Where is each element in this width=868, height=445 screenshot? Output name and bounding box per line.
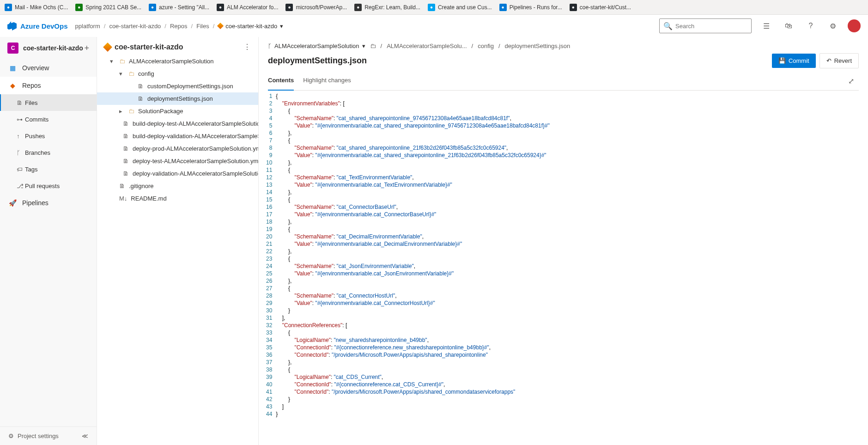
browser-tab-strip: ●Mail - Mike Ochs (C...●Spring 2021 CAB … <box>0 0 868 15</box>
project-name: coe-starter-kit-azdo <box>23 44 83 52</box>
nav-sub-commits[interactable]: ⊶Commits <box>0 111 97 128</box>
expand-icon[interactable]: ⤢ <box>844 72 859 90</box>
revert-button[interactable]: ↶ Revert <box>819 53 859 68</box>
tree-node-10[interactable]: 🗎.gitignore <box>97 180 258 192</box>
list-icon[interactable]: ☰ <box>759 18 774 33</box>
tree-node-5[interactable]: 🗎build-deploy-test-ALMAcceleratorSampleS… <box>97 117 258 130</box>
tree-node-1[interactable]: ▾🗀config <box>97 67 258 80</box>
tree-node-7[interactable]: 🗎deploy-prod-ALMAcceleratorSampleSolutio… <box>97 142 258 155</box>
project-selector[interactable]: C coe-starter-kit-azdo + <box>0 37 97 59</box>
branch-selector[interactable]: ᚴ ALMAcceleratorSampleSolution ▾ <box>268 43 365 49</box>
overview-icon: ▦ <box>8 64 17 72</box>
nav-sub-pull-requests[interactable]: ⎇Pull requests <box>0 177 97 194</box>
tab-contents[interactable]: Contents <box>268 72 294 91</box>
nav-sub-pushes[interactable]: ↑Pushes <box>0 128 97 144</box>
save-icon: 💾 <box>778 57 786 64</box>
more-icon[interactable]: ⋮ <box>243 43 251 51</box>
code-body[interactable]: { "EnvironmentVariables": [ { "SchemaNam… <box>276 91 550 445</box>
nav-pipelines-label: Pipelines <box>22 199 49 207</box>
nav-repos[interactable]: ◆ Repos <box>0 77 97 94</box>
project-settings-label: Project settings <box>18 433 59 439</box>
app-header: Azure DevOps pplatform/coe-starter-kit-a… <box>0 15 868 37</box>
nav-overview-label: Overview <box>22 64 49 72</box>
browser-tab-8[interactable]: ●coe-starter-kit/Cust... <box>570 4 631 11</box>
user-settings-icon[interactable]: ⚙ <box>826 18 840 33</box>
breadcrumb-current[interactable]: coe-starter-kit-azdo ▾ <box>218 23 283 30</box>
browser-tab-2[interactable]: ●azure - Setting "All... <box>149 4 209 11</box>
search-input[interactable] <box>675 23 747 30</box>
browser-tab-3[interactable]: ●ALM Accelerator fo... <box>217 4 278 11</box>
left-nav: C coe-starter-kit-azdo + ▦ Overview ◆ Re… <box>0 37 97 445</box>
tree-node-4[interactable]: ▸🗀SolutionPackage <box>97 105 258 117</box>
nav-sub-branches[interactable]: ᚴBranches <box>0 144 97 161</box>
line-gutter: 1234567891011121314151617181920212223242… <box>259 91 276 445</box>
nav-sub-files[interactable]: 🗎Files <box>0 94 97 111</box>
code-editor[interactable]: 1234567891011121314151617181920212223242… <box>259 91 868 445</box>
project-icon: C <box>7 43 18 54</box>
search-icon: 🔍 <box>663 22 673 30</box>
commit-label: Commit <box>789 57 809 64</box>
collapse-icon[interactable]: ≪ <box>82 433 88 439</box>
branch-name: ALMAcceleratorSampleSolution <box>274 43 359 49</box>
browser-tab-0[interactable]: ●Mail - Mike Ochs (C... <box>5 4 68 11</box>
file-tree: coe-starter-kit-azdo ⋮ ▾🗀ALMAcceleratorS… <box>97 37 259 445</box>
tree-node-6[interactable]: 🗎build-deploy-validation-ALMAcceleratorS… <box>97 130 258 142</box>
nav-sub-tags[interactable]: 🏷Tags <box>0 161 97 177</box>
repo-selector[interactable]: coe-starter-kit-azdo <box>104 43 183 51</box>
tree-node-8[interactable]: 🗎deploy-test-ALMAcceleratorSampleSolutio… <box>97 155 258 167</box>
browser-tab-4[interactable]: ●microsoft/PowerAp... <box>285 4 347 11</box>
tree-node-2[interactable]: 🗎customDeploymentSettings.json <box>97 80 258 92</box>
browser-tab-1[interactable]: ●Spring 2021 CAB Se... <box>75 4 141 11</box>
browser-tab-7[interactable]: ●Pipelines - Runs for... <box>499 4 562 11</box>
plus-icon[interactable]: + <box>84 43 89 53</box>
browser-tab-6[interactable]: ●Create and use Cus... <box>428 4 492 11</box>
breadcrumb-1[interactable]: coe-starter-kit-azdo <box>109 23 161 30</box>
branch-icon: ᚴ <box>268 43 272 49</box>
tree-node-11[interactable]: M↓README.md <box>97 192 258 205</box>
nav-overview[interactable]: ▦ Overview <box>0 59 97 77</box>
brand[interactable]: Azure DevOps <box>7 21 68 30</box>
repo-icon <box>103 43 112 52</box>
content-pane: ᚴ ALMAcceleratorSampleSolution ▾ 🗀 / ALM… <box>259 37 868 445</box>
tree-node-9[interactable]: 🗎deploy-validation-ALMAcceleratorSampleS… <box>97 167 258 180</box>
folder-icon[interactable]: 🗀 <box>370 43 376 49</box>
brand-label: Azure DevOps <box>20 22 68 30</box>
breadcrumb-0[interactable]: pplatform <box>75 23 100 30</box>
tree-node-0[interactable]: ▾🗀ALMAcceleratorSampleSolution <box>97 55 258 67</box>
breadcrumb-2[interactable]: Repos <box>170 23 188 30</box>
tab-highlight-changes[interactable]: Highlight changes <box>303 72 351 90</box>
repo-name: coe-starter-kit-azdo <box>115 43 183 51</box>
revert-label: Revert <box>834 57 852 64</box>
browser-tab-5[interactable]: ●RegExr: Learn, Build... <box>354 4 420 11</box>
path-seg-0[interactable]: ALMAcceleratorSampleSolu... <box>387 43 467 49</box>
marketplace-icon[interactable]: 🛍 <box>781 18 796 33</box>
chevron-down-icon: ▾ <box>362 43 365 49</box>
repos-icon: ◆ <box>8 81 17 90</box>
gear-icon: ⚙ <box>8 433 14 439</box>
pipelines-icon: 🚀 <box>8 199 17 207</box>
nav-pipelines[interactable]: 🚀 Pipelines <box>0 194 97 212</box>
file-title: deploymentSettings.json <box>268 56 367 66</box>
azure-devops-icon <box>7 21 17 30</box>
commit-button[interactable]: 💾 Commit <box>772 54 816 68</box>
nav-footer[interactable]: ⚙Project settings ≪ <box>0 427 97 445</box>
nav-repos-label: Repos <box>22 82 41 89</box>
tree-node-3[interactable]: 🗎deploymentSettings.json <box>97 92 258 105</box>
path-seg-2[interactable]: deploymentSettings.json <box>505 43 571 49</box>
undo-icon: ↶ <box>826 57 832 64</box>
path-seg-1[interactable]: config <box>478 43 494 49</box>
search-box[interactable]: 🔍 <box>659 18 752 33</box>
help-icon[interactable]: ? <box>803 18 818 33</box>
breadcrumb: pplatform/coe-starter-kit-azdo/Repos/Fil… <box>75 23 284 30</box>
avatar[interactable] <box>848 19 861 32</box>
breadcrumb-3[interactable]: Files <box>196 23 209 30</box>
